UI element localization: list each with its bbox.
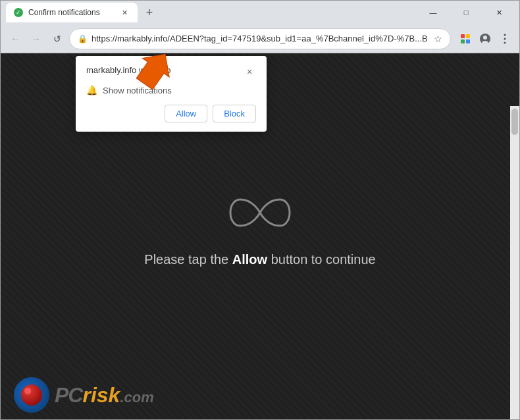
popup-close-button[interactable]: × <box>243 65 256 78</box>
scrollbar[interactable] <box>510 106 519 419</box>
close-button[interactable]: ✕ <box>484 2 514 23</box>
svg-rect-1 <box>466 34 470 38</box>
tab-close-button[interactable]: ✕ <box>119 7 130 18</box>
new-tab-button[interactable]: + <box>140 3 159 22</box>
window-controls: — □ ✕ <box>418 2 514 23</box>
pcrisk-icon <box>14 377 49 413</box>
svg-point-6 <box>482 41 488 45</box>
svg-marker-11 <box>131 53 175 93</box>
pcrisk-ball <box>21 384 42 406</box>
svg-point-5 <box>483 36 487 39</box>
tab-title: Confirm notifications <box>28 8 100 17</box>
url-text: https://markably.info/ADEEN?tag_id=74751… <box>91 34 430 43</box>
bookmark-icon[interactable]: ☆ <box>434 34 442 44</box>
profile-icon[interactable] <box>476 30 494 48</box>
orange-arrow <box>116 53 175 109</box>
bell-icon: 🔔 <box>86 85 97 95</box>
svg-rect-3 <box>466 39 470 43</box>
extensions-icon[interactable] <box>456 30 475 48</box>
pcrisk-wordmark: PC risk .com <box>55 383 154 407</box>
pcrisk-logo: PC risk .com <box>14 377 154 413</box>
scrollbar-thumb[interactable] <box>511 109 518 135</box>
page-message: Please tap the Allow button to continue <box>144 252 375 267</box>
url-bar[interactable]: 🔒 https://markably.info/ADEEN?tag_id=747… <box>69 28 451 49</box>
pcrisk-pc: PC <box>55 383 82 407</box>
browser-window: ✓ Confirm notifications ✕ + — □ ✕ ← → ↺ … <box>0 0 520 420</box>
menu-icon[interactable] <box>496 30 514 48</box>
tab-favicon: ✓ <box>14 8 23 17</box>
pcrisk-risk: risk <box>82 383 120 407</box>
reload-button[interactable]: ↺ <box>48 30 66 48</box>
toolbar-icons <box>456 30 514 48</box>
svg-point-9 <box>504 41 506 43</box>
title-bar: ✓ Confirm notifications ✕ + — □ ✕ <box>1 1 519 24</box>
svg-point-8 <box>504 38 506 39</box>
address-bar: ← → ↺ 🔒 https://markably.info/ADEEN?tag_… <box>1 24 519 53</box>
lock-icon: 🔒 <box>78 34 88 43</box>
pcrisk-dotcom: .com <box>120 389 153 406</box>
maximize-button[interactable]: □ <box>451 2 481 23</box>
block-button[interactable]: Block <box>213 105 256 122</box>
browser-tab[interactable]: ✓ Confirm notifications ✕ <box>6 3 138 22</box>
content-area: Please tap the Allow button to continue … <box>1 53 519 419</box>
svg-point-7 <box>504 34 506 36</box>
infinity-symbol <box>221 193 299 232</box>
svg-rect-2 <box>461 39 465 43</box>
minimize-button[interactable]: — <box>418 2 448 23</box>
forward-button[interactable]: → <box>27 30 45 48</box>
svg-rect-0 <box>461 34 465 38</box>
back-button[interactable]: ← <box>6 30 24 48</box>
